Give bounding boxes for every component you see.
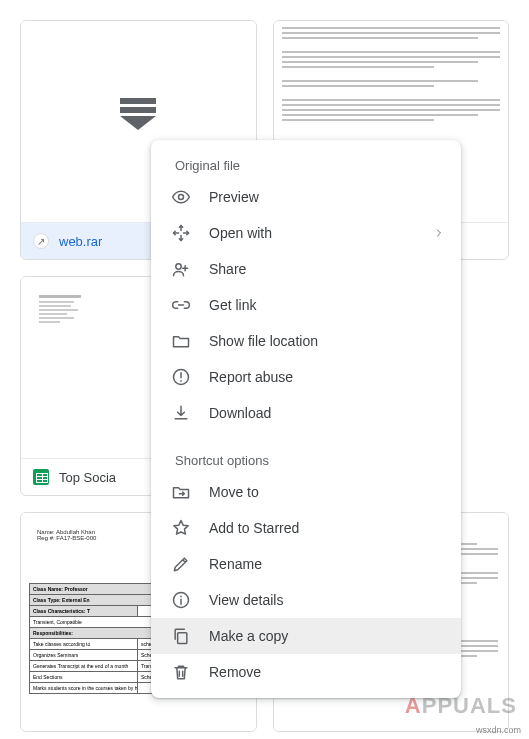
menu-label: Share	[209, 261, 445, 277]
menu-label: Remove	[209, 664, 445, 680]
open-with-icon	[171, 223, 191, 243]
link-icon	[171, 295, 191, 315]
menu-view-details[interactable]: View details	[151, 582, 461, 618]
menu-label: Preview	[209, 189, 445, 205]
report-icon	[171, 367, 191, 387]
copy-icon	[171, 626, 191, 646]
menu-preview[interactable]: Preview	[151, 179, 461, 215]
watermark: APPUALS	[405, 693, 517, 719]
svg-point-1	[176, 264, 181, 269]
menu-move-to[interactable]: Move to	[151, 474, 461, 510]
credit-text: wsxdn.com	[476, 725, 521, 735]
context-menu: Original file Preview Open with Share Ge…	[151, 140, 461, 698]
menu-section-original: Original file	[151, 148, 461, 179]
menu-report-abuse[interactable]: Report abuse	[151, 359, 461, 395]
download-icon	[171, 403, 191, 423]
menu-get-link[interactable]: Get link	[151, 287, 461, 323]
chevron-right-icon	[433, 227, 445, 239]
trash-icon	[171, 662, 191, 682]
share-icon	[171, 259, 191, 279]
menu-label: Make a copy	[209, 628, 445, 644]
menu-label: Move to	[209, 484, 445, 500]
menu-add-starred[interactable]: Add to Starred	[151, 510, 461, 546]
menu-label: Get link	[209, 297, 445, 313]
menu-label: Open with	[209, 225, 415, 241]
eye-icon	[171, 187, 191, 207]
menu-label: View details	[209, 592, 445, 608]
svg-point-0	[179, 195, 184, 200]
svg-rect-4	[178, 633, 187, 644]
file-name: Top Socia	[59, 470, 116, 485]
info-icon	[171, 590, 191, 610]
folder-icon	[171, 331, 191, 351]
archive-icon	[114, 98, 162, 146]
menu-section-shortcut: Shortcut options	[151, 443, 461, 474]
sheets-icon	[33, 469, 49, 485]
menu-remove[interactable]: Remove	[151, 654, 461, 690]
pencil-icon	[171, 554, 191, 574]
menu-open-with[interactable]: Open with	[151, 215, 461, 251]
menu-make-copy[interactable]: Make a copy	[151, 618, 461, 654]
menu-rename[interactable]: Rename	[151, 546, 461, 582]
menu-label: Add to Starred	[209, 520, 445, 536]
menu-label: Rename	[209, 556, 445, 572]
star-icon	[171, 518, 191, 538]
menu-share[interactable]: Share	[151, 251, 461, 287]
menu-label: Report abuse	[209, 369, 445, 385]
file-name: web.rar	[59, 234, 102, 249]
menu-download[interactable]: Download	[151, 395, 461, 431]
menu-label: Show file location	[209, 333, 445, 349]
move-to-icon	[171, 482, 191, 502]
menu-label: Download	[209, 405, 445, 421]
menu-show-location[interactable]: Show file location	[151, 323, 461, 359]
shortcut-badge-icon: ↗	[33, 233, 49, 249]
